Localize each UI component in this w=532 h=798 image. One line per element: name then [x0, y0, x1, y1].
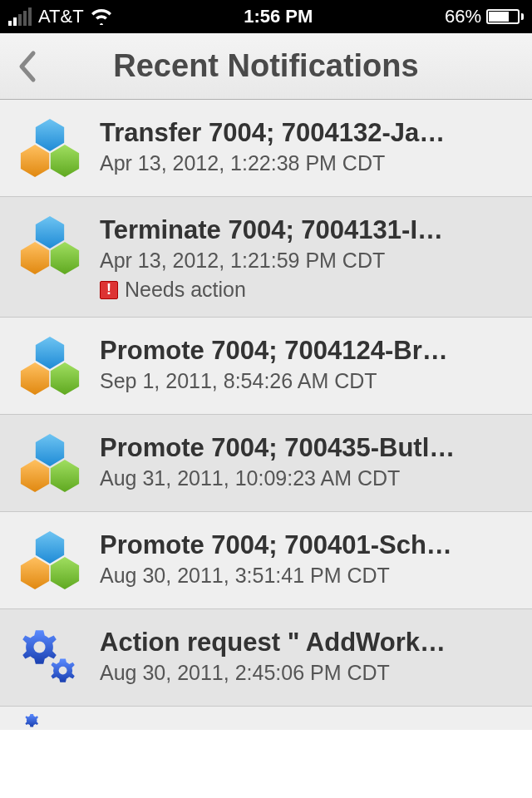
status-bar: AT&T 1:56 PM 66%	[0, 0, 532, 33]
notification-row[interactable]: Promote 7004; 7004124-Br… Sep 1, 2011, 8…	[0, 318, 532, 415]
svg-marker-7	[21, 362, 49, 395]
nav-header: Recent Notifications	[0, 33, 532, 100]
svg-marker-1	[21, 145, 49, 177]
notification-timestamp: Aug 31, 2011, 10:09:23 AM CDT	[100, 466, 519, 490]
notification-row-peek[interactable]	[0, 707, 532, 730]
svg-marker-10	[21, 460, 49, 492]
svg-marker-14	[51, 557, 79, 589]
needs-action-label: Needs action	[125, 278, 246, 302]
notification-row[interactable]: Promote 7004; 700401-Sch… Aug 30, 2011, …	[0, 512, 532, 609]
hex-cluster-icon	[17, 212, 83, 278]
alert-icon: !	[100, 281, 118, 299]
notification-timestamp: Apr 13, 2012, 1:21:59 PM CDT	[100, 249, 519, 273]
notification-row[interactable]: Promote 7004; 700435-Butl… Aug 31, 2011,…	[0, 415, 532, 512]
notification-body: Promote 7004; 700435-Butl… Aug 31, 2011,…	[100, 430, 519, 490]
page-title: Recent Notifications	[43, 48, 522, 84]
svg-marker-11	[51, 460, 79, 492]
status-left: AT&T	[8, 6, 112, 27]
back-button[interactable]	[10, 50, 43, 83]
svg-marker-3	[36, 216, 64, 249]
battery-icon	[486, 9, 524, 24]
svg-marker-5	[51, 242, 79, 274]
notification-timestamp: Aug 30, 2011, 3:51:41 PM CDT	[100, 564, 519, 588]
notification-body: Promote 7004; 700401-Sch… Aug 30, 2011, …	[100, 527, 519, 588]
notification-title: Promote 7004; 700435-Butl…	[100, 433, 519, 463]
svg-marker-0	[36, 119, 64, 151]
notification-title: Promote 7004; 7004124-Br…	[100, 336, 519, 366]
gears-icon	[17, 624, 83, 691]
wifi-icon	[91, 8, 112, 25]
svg-point-16	[59, 667, 67, 675]
svg-marker-6	[36, 337, 64, 369]
hex-cluster-icon	[17, 115, 83, 181]
svg-marker-4	[21, 242, 49, 274]
status-right: 66%	[445, 6, 524, 27]
notification-timestamp: Aug 30, 2011, 2:45:06 PM CDT	[100, 661, 519, 685]
notification-title: Action request " AddWork…	[100, 628, 519, 658]
battery-pct: 66%	[445, 6, 481, 27]
svg-marker-13	[21, 557, 49, 589]
notification-body: Terminate 7004; 7004131-I… Apr 13, 2012,…	[100, 212, 519, 302]
needs-action-row: ! Needs action	[100, 278, 519, 302]
hex-cluster-icon	[17, 430, 83, 496]
svg-marker-2	[51, 145, 79, 177]
hex-cluster-icon	[17, 527, 83, 594]
notification-row[interactable]: Transfer 7004; 7004132-Ja… Apr 13, 2012,…	[0, 100, 532, 197]
svg-marker-8	[51, 362, 79, 395]
svg-marker-9	[36, 434, 64, 466]
notification-row[interactable]: Terminate 7004; 7004131-I… Apr 13, 2012,…	[0, 197, 532, 318]
notification-title: Transfer 7004; 7004132-Ja…	[100, 118, 519, 148]
hex-cluster-icon	[17, 332, 83, 399]
carrier-label: AT&T	[38, 6, 84, 27]
notification-body: Promote 7004; 7004124-Br… Sep 1, 2011, 8…	[100, 332, 519, 393]
notification-title: Terminate 7004; 7004131-I…	[100, 215, 519, 245]
notification-body: Action request " AddWork… Aug 30, 2011, …	[100, 624, 519, 685]
status-time: 1:56 PM	[112, 6, 445, 27]
svg-marker-12	[36, 531, 64, 564]
notification-row[interactable]: Action request " AddWork… Aug 30, 2011, …	[0, 609, 532, 707]
notification-title: Promote 7004; 700401-Sch…	[100, 530, 519, 560]
svg-point-15	[34, 642, 46, 653]
notification-timestamp: Sep 1, 2011, 8:54:26 AM CDT	[100, 369, 519, 393]
notification-list: Transfer 7004; 7004132-Ja… Apr 13, 2012,…	[0, 100, 532, 730]
notification-timestamp: Apr 13, 2012, 1:22:38 PM CDT	[100, 151, 519, 175]
signal-icon	[8, 7, 32, 26]
notification-body: Transfer 7004; 7004132-Ja… Apr 13, 2012,…	[100, 115, 519, 175]
